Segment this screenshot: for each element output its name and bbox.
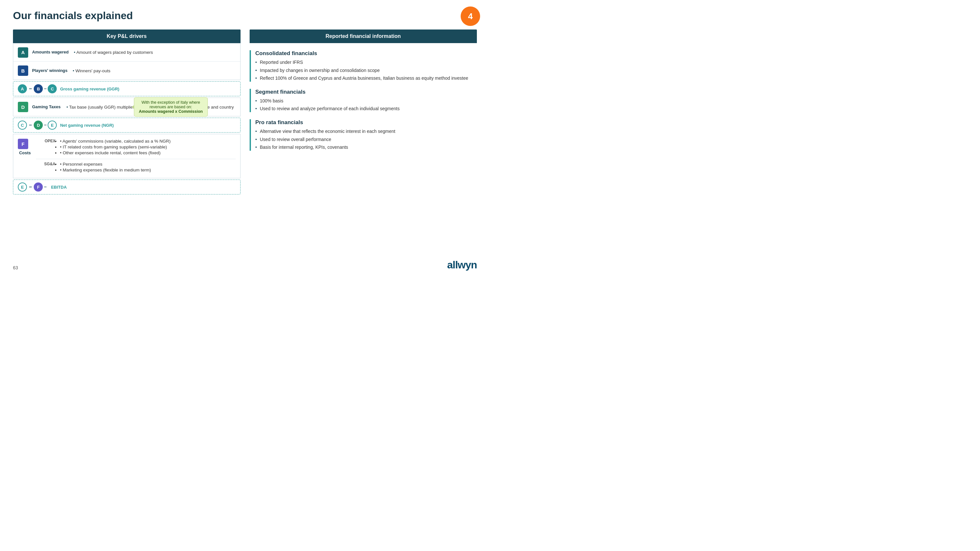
label-costs: Costs: [19, 150, 31, 155]
main-content: Key P&L drivers A Amounts wagered Amount…: [13, 30, 477, 196]
section-segment: Segment financials 100% basis Used to re…: [250, 89, 477, 112]
costs-details: OPEX Agents' commissions (variable, calc…: [36, 137, 236, 175]
formula-ngr-label: Net gaming revenue (NGR): [60, 123, 113, 128]
sga-list: Personnel expenses Marketing expenses (f…: [60, 162, 151, 173]
segment-item-2: Used to review and analyze performance o…: [255, 106, 477, 112]
formula-badge-c: C: [18, 121, 27, 130]
row-costs: F Costs OPEX Agents' commissions (variab…: [13, 134, 240, 178]
label-players-winnings: Players' winnings: [32, 68, 67, 73]
segment-list: 100% basis Used to review and analyze pe…: [255, 98, 477, 112]
formula-badge-a-filled: A: [18, 84, 27, 93]
prorata-list: Alternative view that reflects the econo…: [255, 129, 477, 151]
costs-divider: [36, 159, 236, 159]
page-number-badge: 4: [461, 6, 480, 26]
right-column: Reported financial information Consolida…: [250, 30, 477, 196]
costs-opex-row: OPEX Agents' commissions (variable, calc…: [36, 137, 236, 157]
formula-op-minus-2: −: [29, 122, 32, 128]
opex-item-2: IT related costs from gaming suppliers (…: [60, 144, 170, 149]
sga-item-2: Marketing expenses (flexible in medium t…: [60, 168, 151, 172]
left-column: Key P&L drivers A Amounts wagered Amount…: [13, 30, 240, 196]
sga-label: SG&A: [36, 162, 56, 166]
desc-amounts-wagered: Amount of wagers placed by customers: [74, 50, 153, 55]
page-num-bottom: 63: [13, 265, 18, 270]
row-amounts-wagered: A Amounts wagered Amount of wagers place…: [13, 43, 240, 62]
right-header: Reported financial information: [250, 30, 477, 43]
formula-badge-e-2: E: [18, 183, 27, 192]
allwyn-logo: allwyn: [447, 259, 477, 271]
consolidated-item-2: Impacted by changes in ownership and con…: [255, 67, 477, 74]
segment-title: Segment financials: [255, 89, 477, 95]
opex-label: OPEX: [36, 139, 56, 143]
row-players-winnings: B Players' winnings Winners' pay-outs: [13, 62, 240, 80]
label-gaming-taxes: Gaming Taxes: [32, 104, 61, 110]
formula-badge-b-filled: B: [34, 84, 43, 93]
badge-d: D: [18, 102, 28, 112]
left-panel: A Amounts wagered Amount of wagers place…: [13, 43, 240, 80]
consolidated-title: Consolidated financials: [255, 50, 477, 57]
consolidated-list: Reported under IFRS Impacted by changes …: [255, 59, 477, 82]
prorata-title: Pro rata financials: [255, 119, 477, 126]
tooltip-italy: With the exception of Italy whererevenue…: [134, 97, 207, 117]
formula-op-minus-3: −: [29, 184, 32, 190]
badge-f: F: [18, 139, 28, 149]
formula-eq-2: ═: [44, 124, 46, 127]
badge-b: B: [18, 65, 28, 76]
right-content: Consolidated financials Reported under I…: [250, 49, 477, 159]
opex-item-3: Other expenses include rental, content f…: [60, 150, 170, 155]
section-consolidated: Consolidated financials Reported under I…: [250, 50, 477, 82]
left-header: Key P&L drivers: [13, 30, 240, 43]
opex-list: Agents' commissions (variable, calculate…: [60, 139, 170, 156]
formula-eq-3: ═: [44, 186, 46, 189]
formula-badge-d-filled: D: [34, 121, 43, 130]
formula-ngr: C − D ═ E Net gaming revenue (NGR): [13, 118, 240, 133]
prorata-item-1: Alternative view that reflects the econo…: [255, 129, 477, 135]
label-amounts-wagered: Amounts wagered: [32, 49, 69, 55]
formula-badge-e: E: [48, 121, 57, 130]
costs-sga-row: SG&A Personnel expenses Marketing expens…: [36, 160, 236, 175]
desc-players-winnings: Winners' pay-outs: [73, 68, 110, 73]
consolidated-item-1: Reported under IFRS: [255, 59, 477, 66]
opex-item-1: Agents' commissions (variable, calculate…: [60, 139, 170, 144]
formula-ggr: A − B ═ C Gross gaming revenue (GGR): [13, 81, 240, 96]
row-gaming-taxes: D Gaming Taxes Tax base (usually GGR) mu…: [13, 98, 240, 116]
gaming-taxes-panel: D Gaming Taxes Tax base (usually GGR) mu…: [13, 98, 240, 116]
consolidated-item-3: Reflect 100% of Greece and Cyprus and Au…: [255, 75, 477, 82]
badge-a: A: [18, 47, 28, 58]
formula-badge-c-filled: C: [48, 84, 57, 93]
section-prorata: Pro rata financials Alternative view tha…: [250, 119, 477, 151]
formula-ebitda: E − F ═ EBITDA: [13, 179, 240, 194]
page-title: Our financials explained: [13, 10, 477, 22]
sga-item-1: Personnel expenses: [60, 162, 151, 167]
prorata-item-3: Basis for internal reporting, KPIs, cove…: [255, 144, 477, 151]
formula-ebitda-label: EBITDA: [51, 185, 67, 190]
formula-badge-f-filled: F: [34, 183, 43, 192]
costs-panel: F Costs OPEX Agents' commissions (variab…: [13, 134, 240, 178]
formula-ggr-label: Gross gaming revenue (GGR): [60, 87, 119, 91]
segment-item-1: 100% basis: [255, 98, 477, 104]
formula-op-minus-1: −: [29, 86, 32, 92]
prorata-item-2: Used to review overall performance: [255, 137, 477, 143]
formula-eq-1: ═: [44, 87, 46, 91]
